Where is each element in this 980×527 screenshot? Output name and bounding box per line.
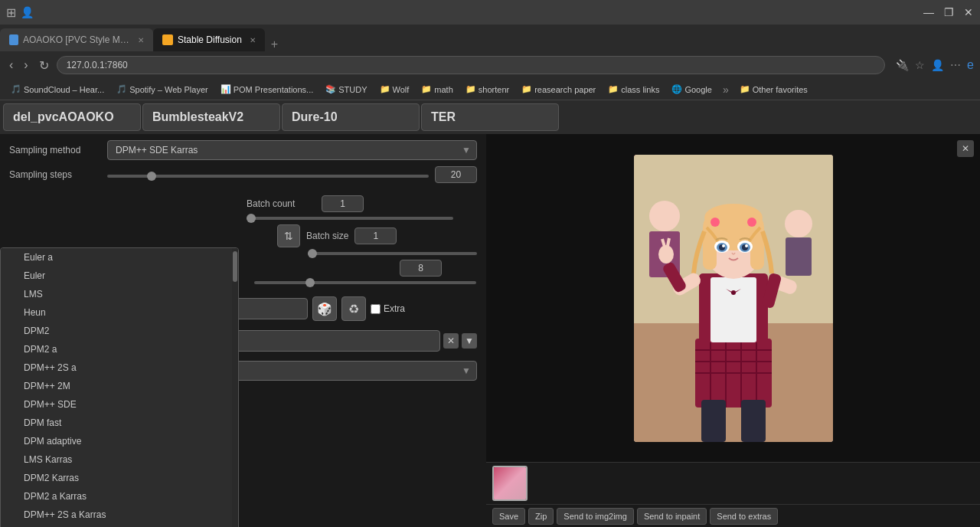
svg-rect-41 bbox=[741, 400, 766, 442]
batch-size-label: Batch size bbox=[306, 231, 348, 241]
method-dpm2-a[interactable]: DPM2 a bbox=[1, 340, 238, 358]
batch-count-slider[interactable] bbox=[247, 217, 453, 220]
cfg-slider[interactable] bbox=[254, 281, 476, 284]
bookmark-soundcloud[interactable]: 🎵 SoundCloud – Hear... bbox=[6, 83, 109, 96]
thumbnail-1[interactable] bbox=[492, 466, 528, 501]
close-button[interactable]: ✕ bbox=[963, 7, 974, 18]
steps-number-input[interactable]: 20 bbox=[435, 166, 477, 183]
tab-favicon-sd bbox=[162, 34, 173, 45]
maximize-button[interactable]: ❐ bbox=[943, 7, 954, 18]
send-extras-button[interactable]: Send to extras bbox=[710, 508, 778, 525]
model-card-dure-name: Dure-10 bbox=[292, 110, 410, 124]
google-icon: 🌐 bbox=[671, 84, 682, 94]
tab-close-aoaoko[interactable]: ✕ bbox=[138, 36, 144, 44]
bookmark-other-label: Other favorites bbox=[753, 85, 808, 94]
bookmark-shortenr[interactable]: 📁 shortenr bbox=[461, 83, 514, 96]
method-dpmpp-2m-karras[interactable]: DPM++ 2M Karras bbox=[1, 524, 238, 527]
extra-checkbox[interactable] bbox=[371, 304, 381, 314]
cfg-input[interactable]: 8 bbox=[400, 260, 442, 277]
method-dpmpp-2s-a-karras[interactable]: DPM++ 2S a Karras bbox=[1, 506, 238, 524]
method-dpmpp-2s-a[interactable]: DPM++ 2S a bbox=[1, 358, 238, 377]
method-dpm-fast[interactable]: DPM fast bbox=[1, 414, 238, 432]
bookmark-google[interactable]: 🌐 Google bbox=[667, 83, 716, 96]
dice-button[interactable]: 🎲 bbox=[312, 296, 337, 321]
menu-icon[interactable]: ⋯ bbox=[950, 59, 961, 71]
tab-label-aoaoko: AOAOKO [PVC Style Model] - PV... bbox=[23, 34, 130, 45]
method-dpmpp-2m-label: DPM++ 2M bbox=[24, 381, 70, 391]
batch-count-row: Batch count 1 bbox=[9, 195, 477, 212]
method-lms[interactable]: LMS bbox=[1, 285, 238, 303]
refresh-button[interactable]: ↻ bbox=[36, 57, 52, 74]
profile-icon[interactable]: 👤 bbox=[931, 59, 944, 71]
bookmark-pom[interactable]: 📊 POM Presentations... bbox=[216, 83, 318, 96]
new-tab-button[interactable]: + bbox=[265, 38, 284, 51]
method-dpm2[interactable]: DPM2 bbox=[1, 322, 238, 340]
model-card-del[interactable]: del_pvcAOAOKO bbox=[3, 103, 141, 131]
negative-clear-button[interactable]: ✕ bbox=[443, 333, 459, 349]
thumb-inner-1 bbox=[494, 467, 526, 499]
recycle-button[interactable]: ♻ bbox=[341, 296, 366, 321]
method-dpm2-a-karras[interactable]: DPM2 a Karras bbox=[1, 487, 238, 506]
edge-icon[interactable]: e bbox=[967, 58, 974, 72]
send-inpaint-button[interactable]: Send to inpaint bbox=[637, 508, 707, 525]
tab-label-sd: Stable Diffusion bbox=[178, 34, 242, 45]
method-euler-a-label: Euler a bbox=[24, 252, 53, 263]
method-heun-label: Heun bbox=[24, 307, 46, 318]
send-img2img-button[interactable]: Send to img2img bbox=[557, 508, 634, 525]
method-dpmpp-2m[interactable]: DPM++ 2M bbox=[1, 377, 238, 395]
swap-button[interactable]: ⇅ bbox=[277, 224, 300, 247]
bookmark-wolf[interactable]: 📁 Wolf bbox=[375, 83, 414, 96]
address-input[interactable] bbox=[57, 56, 885, 74]
bookmarks-more-button[interactable]: » bbox=[720, 82, 732, 97]
bookmark-study[interactable]: 📚 STUDY bbox=[321, 83, 371, 96]
svg-rect-16 bbox=[710, 277, 756, 342]
soundcloud-icon: 🎵 bbox=[11, 84, 21, 94]
bookmark-research[interactable]: 📁 reasearch paper bbox=[517, 83, 600, 96]
zip-button[interactable]: Zip bbox=[528, 508, 554, 525]
method-dpm2-karras[interactable]: DPM2 Karras bbox=[1, 469, 238, 487]
method-lms-karras[interactable]: LMS Karras bbox=[1, 450, 238, 469]
method-dpm-adaptive[interactable]: DPM adaptive bbox=[1, 432, 238, 450]
model-card-ter[interactable]: TER bbox=[421, 103, 559, 131]
bookmark-spotify[interactable]: 🎵 Spotify – Web Player bbox=[112, 83, 213, 96]
method-dpm2-label: DPM2 bbox=[24, 326, 49, 336]
tab-favicon-aoaoko bbox=[9, 34, 18, 45]
method-dpmpp-sde[interactable]: DPM++ SDE bbox=[1, 395, 238, 414]
steps-slider[interactable] bbox=[107, 175, 429, 178]
tab-stable-diffusion[interactable]: Stable Diffusion ✕ bbox=[153, 28, 265, 51]
negative-dropdown-button[interactable]: ▼ bbox=[462, 333, 477, 349]
batch-count-input[interactable]: 1 bbox=[322, 195, 364, 212]
model-cards-row: del_pvcAOAOKO BumblesteakV2 Dure-10 TER bbox=[0, 100, 980, 134]
minimize-button[interactable]: — bbox=[923, 7, 934, 18]
dropdown-scrollbar[interactable] bbox=[232, 248, 238, 527]
sampling-method-row: Sampling method DPM++ SDE Karras ▼ bbox=[9, 140, 477, 160]
method-dpm2-a-label: DPM2 a bbox=[24, 344, 57, 355]
method-heun[interactable]: Heun bbox=[1, 303, 238, 322]
model-card-dure[interactable]: Dure-10 bbox=[282, 103, 420, 131]
window-controls[interactable]: — ❐ ✕ bbox=[923, 7, 974, 18]
batch-size-slider[interactable] bbox=[308, 252, 477, 255]
back-button[interactable]: ‹ bbox=[6, 57, 16, 74]
bookmark-class[interactable]: 📁 class links bbox=[603, 83, 664, 96]
save-button[interactable]: Save bbox=[492, 508, 525, 525]
bookmark-other[interactable]: 📁 Other favorites bbox=[735, 83, 812, 96]
tab-close-sd[interactable]: ✕ bbox=[250, 36, 256, 44]
sampling-method-dropdown-wrapper: DPM++ SDE Karras ▼ bbox=[107, 140, 477, 160]
close-image-button[interactable]: ✕ bbox=[957, 140, 974, 157]
extra-checkbox-label[interactable]: Extra bbox=[371, 303, 405, 314]
sampling-method-select[interactable]: DPM++ SDE Karras bbox=[107, 140, 477, 160]
extensions-icon[interactable]: 🔌 bbox=[896, 59, 909, 71]
model-card-bumble[interactable]: BumblesteakV2 bbox=[142, 103, 280, 131]
right-panel: ✕ bbox=[486, 134, 980, 527]
method-euler-a[interactable]: Euler a bbox=[1, 248, 238, 267]
bookmark-icon[interactable]: ☆ bbox=[915, 59, 925, 71]
bookmark-math[interactable]: 📁 math bbox=[416, 83, 457, 96]
tab-aoaoko[interactable]: AOAOKO [PVC Style Model] - PV... ✕ bbox=[0, 28, 153, 51]
svg-point-43 bbox=[747, 218, 756, 227]
forward-button[interactable]: › bbox=[21, 57, 31, 74]
sampling-method-dropdown-menu[interactable]: Euler a Euler LMS Heun bbox=[0, 247, 239, 527]
batch-size-input[interactable]: 1 bbox=[354, 227, 397, 244]
tab-bar: AOAOKO [PVC Style Model] - PV... ✕ Stabl… bbox=[0, 25, 980, 51]
method-euler[interactable]: Euler bbox=[1, 267, 238, 285]
sampling-section: Sampling method DPM++ SDE Karras ▼ Sampl… bbox=[0, 134, 486, 189]
